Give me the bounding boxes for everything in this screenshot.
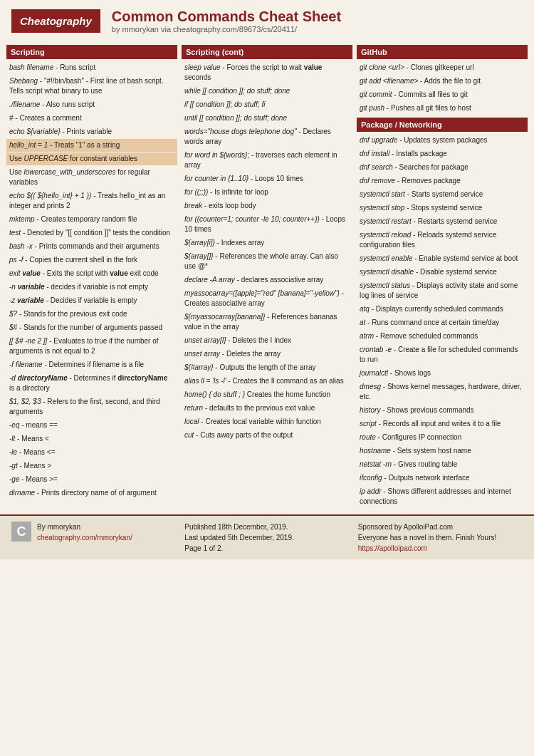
entry: systemctl start - Starts systemd service: [357, 188, 528, 201]
footer-sponsor: Sponsored by ApolloiPad.com: [358, 522, 523, 532]
entry: ifconfig - Outputs network interface: [357, 472, 528, 485]
entry: Use lowercase_with_underscores for regul…: [6, 166, 177, 189]
header-text: Common Commands Cheat Sheet by mmorykan …: [112, 9, 341, 33]
entry: home() { do stuff ; } Creates the home f…: [182, 388, 352, 401]
entry: test - Denoted by "[[ condition ]]" test…: [6, 227, 177, 239]
entry: -z variable - Decides if variable is emp…: [6, 294, 177, 307]
entry: systemctl reload - Reloads systemd servi…: [357, 229, 528, 252]
entry: -gt - Means >: [6, 460, 177, 472]
entry: hostname - Sets system host name: [357, 445, 528, 457]
entry: systemctl stop - Stops systemd service: [357, 202, 528, 214]
entry: local - Creates local variable within fu…: [182, 415, 352, 428]
entry: for counter in {1..10} - Loops 10 times: [182, 172, 352, 185]
entry: echo ${variable} - Prints variable: [6, 125, 177, 138]
entry: -eq - means ==: [6, 419, 177, 432]
entry: systemctl status - Displays activity sta…: [357, 279, 528, 302]
footer-left: C By mmorykan cheatography.com/mmorykan/: [7, 522, 180, 554]
entry: ${myassocarray[banana]} - References ban…: [182, 311, 352, 333]
entry: until [[ condition ]]; do stuff; done: [182, 112, 352, 125]
section-header-networking: Package / Networking: [357, 118, 528, 132]
entry: words="house dogs telephone dog" - Decla…: [182, 125, 352, 148]
footer-sponsor-link[interactable]: https://apolloipad.com: [358, 544, 427, 552]
entry: for word in ${words}; - traverses each e…: [182, 149, 352, 172]
entry: -le - Means <=: [6, 446, 177, 459]
footer-middle: Published 18th December, 2019. Last upda…: [180, 522, 353, 554]
entry: echo $(( ${hello_int} + 1 )) - Treats he…: [6, 190, 177, 212]
entry: git clone <url> - Clones gitkeeper url: [357, 61, 528, 74]
entry: -lt - Means <: [6, 433, 177, 445]
entry: history - Shows previous commands: [357, 404, 528, 417]
entry: if [[ condition ]]; do stuff; fi: [182, 98, 352, 111]
entry: dnf upgrade - Updates system packages: [357, 134, 528, 147]
section-header-scripting: Scripting: [6, 45, 177, 59]
footer-sponsor-text: Everyone has a novel in them. Finish You…: [358, 532, 523, 543]
footer-author-info: By mmorykan cheatography.com/mmorykan/: [37, 522, 132, 543]
footer-author-link[interactable]: cheatography.com/mmorykan/: [37, 534, 132, 542]
entry: at - Runs command once at certain time/d…: [357, 316, 528, 329]
page-title: Common Commands Cheat Sheet: [112, 9, 341, 25]
footer-right: Sponsored by ApolloiPad.com Everyone has…: [354, 522, 527, 554]
entry: unset array[I] - Deletes the I index: [182, 334, 352, 347]
entry: [[ $# -ne 2 ]] - Evaluates to true if th…: [6, 335, 177, 358]
entry: ${array[i]} - Indexes array: [182, 237, 352, 249]
entry: dnf remove - Removes package: [357, 175, 528, 187]
entry-highlighted: hello_int = 1 - Treats "1" as a string: [6, 139, 177, 152]
entry: sleep value - Forces the script to wait …: [182, 61, 352, 84]
entry: systemctl disable - Disable systemd serv…: [357, 266, 528, 279]
header-subtitle: by mmorykan via cheatography.com/89673/c…: [112, 25, 341, 33]
entry: systemctl restart - Restarts systemd ser…: [357, 215, 528, 228]
footer-page: Page 1 of 2.: [184, 543, 349, 554]
entry: $1, $2, $3 - Refers to the first, second…: [6, 395, 177, 418]
footer-logo-char: C: [11, 522, 31, 542]
entry: git push - Pushes all git files to host: [357, 102, 528, 115]
main-grid: Scripting bash filename - Runs script Sh…: [0, 42, 534, 512]
column-2: Scripting (cont) sleep value - Forces th…: [179, 45, 355, 509]
entry: myassocarray=([apple]="red" [banana]="-y…: [182, 287, 352, 310]
entry: bash filename - Runs script: [6, 61, 177, 74]
entry: $# - Stands for the number of arguments …: [6, 321, 177, 334]
entry: cut - Cuts away parts of the output: [182, 429, 352, 442]
entry: for ((counter=1; counter -le 10; counter…: [182, 213, 352, 236]
entry: ps -f - Copies the current shell in the …: [6, 254, 177, 266]
entry: mktemp - Creates temporary random file: [6, 213, 177, 226]
entry: journalctl - Shows logs: [357, 367, 528, 380]
entry: break - exits loop body: [182, 200, 352, 212]
entry: unset array - Deletes the array: [182, 348, 352, 361]
column-3: GitHub git clone <url> - Clones gitkeepe…: [355, 45, 530, 509]
entry: dirname - Prints directory name of of ar…: [6, 487, 177, 499]
header: Cheatography Common Commands Cheat Sheet…: [0, 0, 534, 42]
entry: $? - Stands for the previous exit code: [6, 308, 177, 321]
entry: while [[ condition ]]; do stuff; done: [182, 85, 352, 98]
entry: Shebang - "#!/bin/bash" - First line of …: [6, 75, 177, 98]
column-1: Scripting bash filename - Runs script Sh…: [4, 45, 179, 509]
footer-updated: Last updated 5th December, 2019.: [184, 532, 349, 543]
logo: Cheatography: [11, 9, 100, 33]
entry: ./filename - Also runs script: [6, 98, 177, 111]
entry: route - Configures IP connection: [357, 431, 528, 444]
entry: atrm - Remove scheduled commands: [357, 330, 528, 343]
footer-published: Published 18th December, 2019.: [184, 522, 349, 532]
entry: -f filename - Determines if filename is …: [6, 358, 177, 371]
entry: bash -x - Prints commands and their argu…: [6, 240, 177, 253]
entry: ${array[]} - References the whole array.…: [182, 250, 352, 273]
entry: -d directoryName - Determines if directo…: [6, 372, 177, 395]
entry: return - defaults to the previous exit v…: [182, 402, 352, 415]
entry: alias ll = 'ls -l' - Creates the ll comm…: [182, 375, 352, 388]
entry: ip addr - Shows different addresses and …: [357, 485, 528, 508]
entry-highlighted: Use UPPERCASE for constant variables: [6, 152, 177, 165]
entry: # - Creates a comment: [6, 112, 177, 125]
entry: dmesg - Shows kernel messages, hardware,…: [357, 380, 528, 403]
entry: -n variable - decides if variable is not…: [6, 281, 177, 294]
section-header-scripting-cont: Scripting (cont): [182, 45, 352, 59]
entry: git add <filename> - Adds the file to gi…: [357, 75, 528, 88]
entry: for ((;;)) - Is infinite for loop: [182, 186, 352, 199]
section-header-github: GitHub: [357, 45, 528, 59]
entry: declare -A array - declares associative …: [182, 274, 352, 286]
entry: exit value - Exits the script with value…: [6, 267, 177, 280]
footer: C By mmorykan cheatography.com/mmorykan/…: [0, 514, 534, 559]
entry: netstat -rn - Gives routing table: [357, 458, 528, 471]
entry: crontab -e - Create a file for scheduled…: [357, 343, 528, 366]
entry: -ge - Means >=: [6, 473, 177, 486]
entry: dnf search - Searches for package: [357, 161, 528, 174]
footer-author: By mmorykan: [37, 522, 132, 532]
